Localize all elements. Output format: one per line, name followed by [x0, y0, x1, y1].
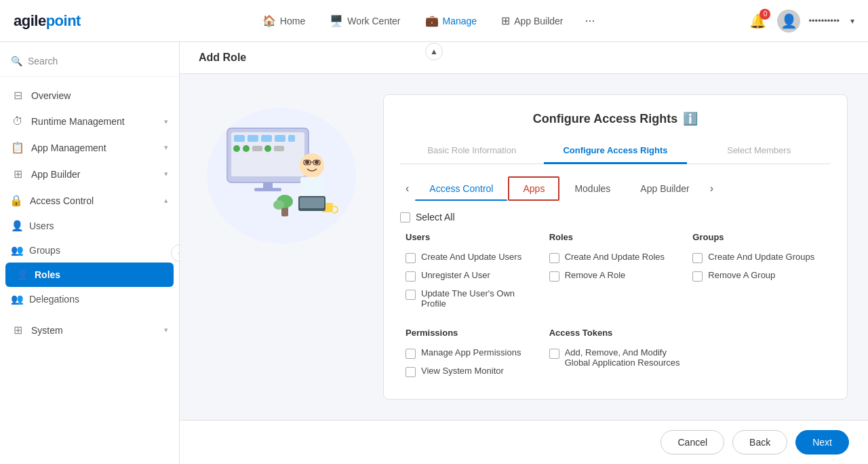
manage-permissions-label: Manage App Permissions: [421, 347, 521, 357]
sidebar-groups-label: Groups: [29, 245, 60, 256]
view-monitor-checkbox[interactable]: [406, 367, 416, 377]
rights-item-manage-permissions: Manage App Permissions: [406, 347, 538, 359]
nav-workcenter[interactable]: 🖥️ Work Center: [320, 9, 410, 33]
add-remove-label: Add, Remove, And Modify Global Applicati…: [565, 347, 682, 368]
nav-home-label: Home: [280, 16, 305, 26]
back-button[interactable]: Back: [732, 430, 787, 455]
sidebar-item-appbuilder[interactable]: ⊞ App Builder ▾: [0, 161, 179, 187]
svg-point-14: [300, 153, 324, 178]
svg-point-8: [243, 145, 250, 152]
sidebar-item-delegations[interactable]: 👥 Delegations: [0, 287, 179, 311]
sidebar-item-roles[interactable]: 👤 Roles: [5, 263, 174, 287]
groups-header: Groups: [692, 232, 825, 245]
update-profile-checkbox[interactable]: [406, 290, 416, 300]
nav-manage[interactable]: 💼 Manage: [416, 9, 487, 33]
sub-tab-modules[interactable]: Modules: [559, 176, 625, 201]
permissions-header: Permissions: [400, 328, 544, 338]
wizard-step-accessrights[interactable]: Configure Access Rights: [544, 138, 688, 164]
empty-header: [687, 328, 831, 338]
runtime-chevron: ▾: [164, 117, 168, 126]
svg-rect-13: [254, 188, 281, 191]
users-header: Users: [406, 232, 538, 245]
rights-item-remove-role: Remove A Role: [549, 270, 682, 282]
unregister-user-checkbox[interactable]: [406, 271, 416, 282]
access-tokens-col: Add, Remove, And Modify Global Applicati…: [544, 347, 688, 384]
manage-permissions-checkbox[interactable]: [406, 349, 416, 359]
remove-role-checkbox[interactable]: [549, 271, 559, 282]
sub-tab-apps[interactable]: Apps: [508, 176, 559, 201]
sidebar-item-groups[interactable]: 👥 Groups: [0, 238, 179, 263]
nav-home[interactable]: 🏠 Home: [253, 9, 315, 33]
sidebar-appbuilder-label: App Builder: [31, 169, 157, 180]
top-navigation: agilepoint 🏠 Home 🖥️ Work Center 💼 Manag…: [0, 0, 868, 42]
workcenter-icon: 🖥️: [330, 14, 343, 27]
sidebar-overview-label: Overview: [31, 90, 168, 101]
create-roles-checkbox[interactable]: [549, 253, 559, 263]
illustration-svg: [214, 115, 349, 237]
info-icon[interactable]: ℹ️: [683, 111, 698, 126]
view-monitor-label: View System Monitor: [421, 366, 504, 376]
nav-more-button[interactable]: ···: [578, 8, 602, 33]
rights-item-unregister-user: Unregister A User: [406, 270, 538, 282]
add-remove-checkbox[interactable]: [549, 349, 559, 359]
logo: agilepoint: [14, 12, 81, 30]
roles-col: Roles Create And Update Roles Remove A R…: [544, 232, 688, 315]
avatar: 👤: [777, 9, 800, 33]
create-users-label: Create And Update Users: [421, 252, 521, 262]
search-icon: 🔍: [11, 56, 22, 66]
create-groups-checkbox[interactable]: [692, 253, 703, 263]
sub-tab-prev-button[interactable]: ‹: [400, 178, 414, 199]
main-content: Add Role ▲: [180, 42, 868, 464]
empty-col: [687, 347, 831, 384]
notification-badge: 0: [760, 9, 770, 20]
unregister-user-label: Unregister A User: [421, 270, 490, 280]
sidebar: 🔍 Search ⊟ Overview ⏱ Runtime Management…: [0, 42, 180, 464]
remove-group-label: Remove A Group: [708, 270, 775, 280]
next-button[interactable]: Next: [795, 430, 849, 455]
sidebar-item-overview[interactable]: ⊟ Overview: [0, 82, 179, 109]
cancel-button[interactable]: Cancel: [660, 430, 724, 455]
search-label: Search: [28, 56, 58, 66]
sub-tab-appbuilder[interactable]: App Builder: [625, 176, 704, 201]
select-all-checkbox[interactable]: [400, 212, 410, 223]
sidebar-item-appmanagement[interactable]: 📋 App Management ▾: [0, 134, 179, 161]
wizard-step-selectmembers-label: Select Members: [727, 145, 791, 155]
appbuilder-chevron: ▾: [164, 170, 168, 178]
remove-role-label: Remove A Role: [565, 270, 626, 280]
sidebar-item-runtime[interactable]: ⏱ Runtime Management ▾: [0, 109, 179, 134]
accesscontrol-chevron: ▴: [164, 196, 168, 205]
sidebar-item-system[interactable]: ⊞ System ▾: [0, 317, 179, 343]
create-groups-label: Create And Update Groups: [708, 252, 814, 262]
create-users-checkbox[interactable]: [406, 253, 416, 263]
sub-tab-accesscontrol[interactable]: Access Control: [414, 176, 508, 201]
sidebar-search[interactable]: 🔍 Search: [0, 50, 179, 77]
sidebar-item-accesscontrol[interactable]: 🔒 Access Control ▴: [0, 187, 179, 214]
user-avatar-icon: 👤: [781, 13, 797, 29]
main-body: Configure Access Rights ℹ️ Basic Role In…: [180, 74, 868, 420]
user-menu-chevron[interactable]: ▾: [850, 16, 854, 26]
sub-tab-next-button[interactable]: ›: [705, 178, 719, 199]
sidebar-item-users[interactable]: 👤 Users: [0, 214, 179, 238]
sidebar-runtime-label: Runtime Management: [31, 116, 157, 127]
svg-point-10: [264, 145, 271, 152]
nav-appbuilder[interactable]: ⊞ App Builder: [492, 9, 572, 33]
nav-links: 🏠 Home 🖥️ Work Center 💼 Manage ⊞ App Bui…: [108, 8, 747, 33]
sidebar-users-label: Users: [29, 220, 54, 231]
lower-sections: Permissions Access Tokens Manage App Per…: [400, 325, 831, 384]
wizard-step-basicinfo[interactable]: Basic Role Information: [400, 138, 544, 164]
svg-rect-2: [234, 135, 245, 142]
wizard-step-selectmembers[interactable]: Select Members: [687, 138, 831, 164]
rights-grid: Users Create And Update Users Unregister…: [400, 232, 831, 315]
panel-collapse-button[interactable]: ▲: [425, 43, 443, 60]
rights-item-add-remove-modify: Add, Remove, And Modify Global Applicati…: [549, 347, 682, 368]
system-chevron: ▾: [164, 326, 168, 334]
appbuilder-icon: ⊞: [501, 14, 510, 27]
remove-group-checkbox[interactable]: [692, 271, 703, 282]
update-profile-label: Update The User's Own Profile: [421, 288, 538, 309]
svg-point-17: [305, 160, 309, 164]
sidebar-appmanagement-label: App Management: [31, 142, 157, 153]
sub-tab-modules-label: Modules: [574, 183, 610, 194]
notification-button[interactable]: 🔔 0: [747, 10, 769, 32]
groups-icon: 👥: [11, 244, 24, 256]
configure-panel: Configure Access Rights ℹ️ Basic Role In…: [383, 94, 848, 400]
